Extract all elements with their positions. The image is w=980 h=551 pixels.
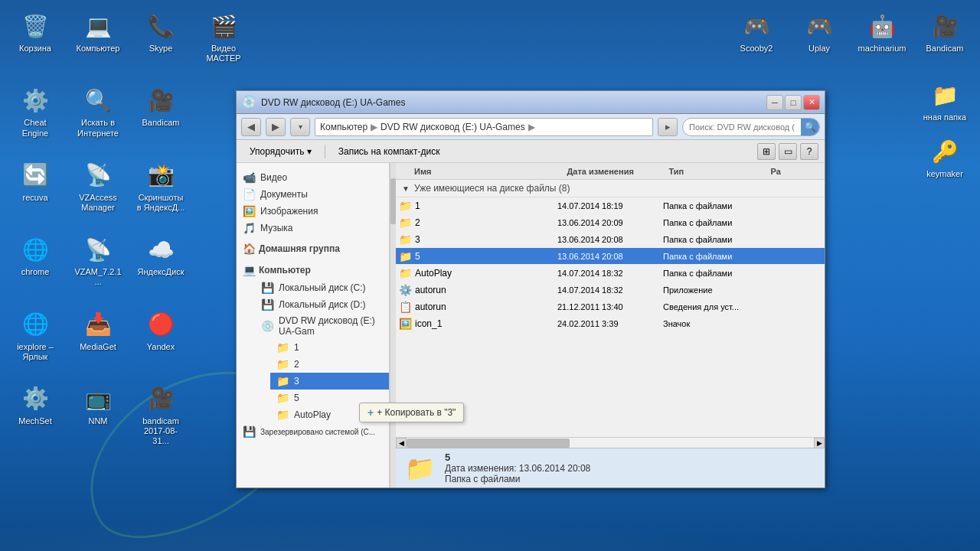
desktop-icon-scooby2[interactable]: 🎮 Scooby2 bbox=[729, 8, 784, 57]
skype-label: Skype bbox=[149, 44, 173, 54]
sidebar-folder-2-label: 2 bbox=[294, 359, 299, 370]
help-button[interactable]: ? bbox=[800, 143, 818, 160]
view-list-button[interactable]: ⊞ bbox=[757, 143, 776, 160]
desktop-icon-mechset[interactable]: ⚙️ MechSet bbox=[8, 380, 63, 450]
desktop-icon-vzaccess[interactable]: 📡 VZAccess Manager bbox=[70, 157, 126, 216]
desktop-icon-iskat[interactable]: 🔍 Искать в Интернете bbox=[70, 82, 126, 141]
vzaccess-label: VZAccess Manager bbox=[74, 193, 122, 213]
desktop-icon-chrome[interactable]: 🌐 chrome bbox=[8, 231, 63, 290]
file-row-icon1[interactable]: 🖼️ icon_1 24.02.2011 3:39 Значок bbox=[396, 315, 825, 332]
desktop-icon-uplay[interactable]: 🎮 Uplay bbox=[792, 8, 847, 57]
sidebar-folder-1[interactable]: 📁 1 bbox=[270, 339, 389, 356]
desktop-icons-right-top: 🎮 Scooby2 🎮 Uplay 🤖 machinarium 🎥 Bandic… bbox=[729, 8, 972, 57]
desktop-icon-skype[interactable]: 📞 Skype bbox=[133, 8, 188, 67]
sidebar-folder-1-label: 1 bbox=[294, 342, 299, 353]
sidebar-folder-2[interactable]: 📁 2 bbox=[270, 356, 389, 373]
file-row-5[interactable]: 📁 5 13.06.2014 20:08 Папка с файлами bbox=[396, 248, 825, 265]
desktop-icon-video-master[interactable]: 🎬 Видео МАСТЕР bbox=[196, 8, 251, 67]
sidebar-item-images[interactable]: 🖼️ Изображения bbox=[237, 203, 389, 220]
desktop-icon-komputer[interactable]: 💻 Компьютер bbox=[70, 8, 126, 67]
desktop-icon-vzam[interactable]: 📡 VZAM_7.2.1... bbox=[70, 231, 126, 290]
file-date-icon1: 24.02.2011 3:39 bbox=[557, 319, 663, 328]
file-group-header-label: Уже имеющиеся на диске файлы (8) bbox=[414, 183, 570, 194]
context-tooltip[interactable]: + + Копировать в "3" bbox=[396, 403, 464, 422]
h-scroll-left[interactable]: ◀ bbox=[396, 438, 407, 448]
burn-button[interactable]: Запись на компакт-диск bbox=[332, 143, 447, 160]
address-go-button[interactable]: ▸ bbox=[658, 118, 678, 136]
sidebar-homegroup-header[interactable]: 🏠 Домашняя группа bbox=[237, 240, 389, 258]
file-name-autorun-inf: 📋 autorun bbox=[399, 301, 557, 313]
forward-button[interactable]: ▶ bbox=[266, 118, 286, 136]
minimize-button[interactable]: ─ bbox=[766, 95, 783, 110]
breadcrumb-dvd[interactable]: DVD RW дисковод (E:) UA-Games bbox=[381, 122, 525, 132]
file-row-3[interactable]: 📁 3 13.06.2014 20:08 Папка с файлами bbox=[396, 231, 825, 248]
sidebar-drive-c[interactable]: 💾 Локальный диск (C:) bbox=[255, 279, 389, 296]
chrome-label: chrome bbox=[21, 267, 50, 277]
korzina-icon: 🗑️ bbox=[20, 11, 51, 41]
desktop-icon-yandex[interactable]: 🔴 Yandex bbox=[133, 306, 188, 365]
desktop-icon-keymaker[interactable]: 🔑 keymaker bbox=[917, 133, 972, 182]
desktop-icon-iexplore[interactable]: 🌐 iexplore – Ярлык bbox=[8, 306, 63, 365]
file-date-2: 13.06.2014 20:09 bbox=[557, 218, 663, 227]
sidebar-drive-e[interactable]: 💿 DVD RW дисковод (E:) UA-Gam bbox=[255, 313, 389, 339]
sidebar-folder-3[interactable]: 📁 3 bbox=[270, 373, 389, 390]
explorer-window: 💿 DVD RW дисковод (E:) UA-Games ─ □ ✕ ◀ … bbox=[236, 90, 825, 488]
file-icon-2: 📁 bbox=[399, 217, 412, 229]
sidebar-item-music[interactable]: 🎵 Музыка bbox=[237, 220, 389, 236]
desktop-icon-yandex-disk[interactable]: ☁️ ЯндексДиск bbox=[133, 231, 188, 290]
sidebar-item-documents[interactable]: 📄 Документы bbox=[237, 186, 389, 203]
back-button[interactable]: ◀ bbox=[241, 118, 261, 136]
view-preview-button[interactable]: ▭ bbox=[779, 143, 797, 160]
file-row-2[interactable]: 📁 2 13.06.2014 20:09 Папка с файлами bbox=[396, 214, 825, 231]
breadcrumb-komputer[interactable]: Компьютер bbox=[320, 122, 368, 132]
h-scroll-right[interactable]: ▶ bbox=[814, 438, 825, 448]
organize-button[interactable]: Упорядочить ▾ bbox=[243, 143, 318, 160]
file-row-1[interactable]: 📁 1 14.07.2014 18:19 Папка с файлами bbox=[396, 197, 825, 214]
file-label-1: 1 bbox=[415, 201, 420, 211]
file-label-5: 5 bbox=[415, 251, 420, 262]
desktop-icon-folder-right[interactable]: 📁 нная папка bbox=[917, 77, 972, 126]
desktop-icon-skrinshoty[interactable]: 📸 Скриншоты в ЯндексД... bbox=[133, 157, 188, 216]
col-header-size[interactable]: Ра bbox=[771, 167, 822, 176]
breadcrumb-sep-2: ▶ bbox=[528, 122, 535, 132]
desktop-icon-nnm[interactable]: 📺 NNM bbox=[70, 380, 126, 450]
maximize-button[interactable]: □ bbox=[785, 95, 802, 110]
desktop-icon-bandicam[interactable]: 🎥 Bandicam bbox=[917, 8, 972, 57]
desktop-icon-bandicam2[interactable]: 🎥 Bandicam bbox=[133, 82, 188, 141]
search-box[interactable]: 🔍 bbox=[682, 118, 820, 136]
file-row-autorun-inf[interactable]: 📋 autorun 21.12.2011 13:40 Сведения для … bbox=[396, 298, 825, 315]
desktop-icon-mediaGet[interactable]: 📥 MediaGet bbox=[70, 306, 126, 365]
search-button[interactable]: 🔍 bbox=[801, 118, 819, 136]
close-button[interactable]: ✕ bbox=[803, 95, 820, 110]
col-header-date[interactable]: Дата изменения bbox=[567, 167, 669, 176]
computer-icon: 💻 bbox=[243, 264, 256, 276]
sidebar-folder-3-label: 3 bbox=[294, 376, 299, 386]
uplay-label: Uplay bbox=[808, 44, 830, 54]
file-row-autorun-app[interactable]: ⚙️ autorun 14.07.2014 18:32 Приложение bbox=[396, 282, 825, 298]
file-type-1: Папка с файлами bbox=[663, 201, 769, 210]
desktop-icon-recuva[interactable]: 🔄 recuva bbox=[8, 157, 63, 216]
desktop-icon-korzina[interactable]: 🗑️ Корзина bbox=[8, 8, 63, 67]
sidebar-drive-c-label: Локальный диск (C:) bbox=[279, 282, 366, 293]
sidebar-scrollbar[interactable] bbox=[390, 163, 396, 487]
file-row-autoplay[interactable]: 📁 AutoPlay 14.07.2014 18:32 Папка с файл… bbox=[396, 265, 825, 282]
address-field[interactable]: Компьютер ▶ DVD RW дисковод (E:) UA-Game… bbox=[315, 118, 653, 136]
sidebar-item-video[interactable]: 📹 Видео bbox=[237, 169, 389, 186]
chrome-icon: 🌐 bbox=[20, 234, 51, 265]
sidebar-documents-label: Документы bbox=[260, 189, 308, 200]
desktop-icon-machinarium[interactable]: 🤖 machinarium bbox=[854, 8, 910, 57]
col-header-type[interactable]: Тип bbox=[669, 167, 771, 176]
search-input[interactable] bbox=[683, 122, 801, 132]
desktop-icon-cheat-engine[interactable]: ⚙️ Cheat Engine bbox=[8, 82, 63, 141]
desktop-icon-bandicam3[interactable]: 🎥 bandicam 2017-08-31... bbox=[133, 380, 188, 450]
h-scrollbar[interactable]: ◀ ▶ bbox=[396, 437, 825, 448]
col-header-name[interactable]: Имя bbox=[399, 167, 567, 176]
scooby2-label: Scooby2 bbox=[740, 44, 773, 54]
scooby2-icon: 🎮 bbox=[741, 11, 772, 41]
sidebar-system-reserved[interactable]: 💾 Зарезервировано системой (С... bbox=[237, 423, 389, 440]
address-dropdown-button[interactable]: ▾ bbox=[290, 118, 310, 136]
iexplore-icon: 🌐 bbox=[20, 309, 51, 340]
sidebar-computer-header[interactable]: 💻 Компьютер bbox=[237, 261, 389, 279]
sidebar-drive-d[interactable]: 💾 Локальный диск (D:) bbox=[255, 296, 389, 313]
images-icon: 🖼️ bbox=[243, 205, 256, 217]
